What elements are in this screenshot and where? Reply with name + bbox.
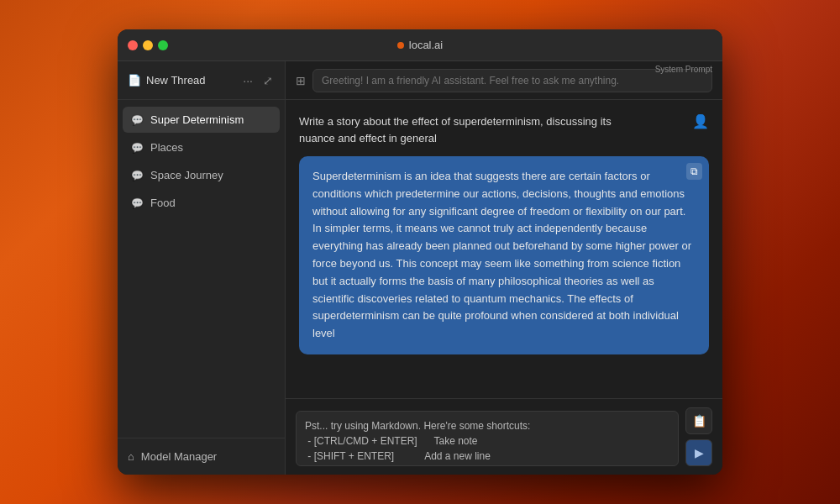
chat-input-wrapper: Pst... try using Markdown. Here're some …	[296, 411, 679, 466]
sidebar-header: 📄 New Thread ··· ⤢	[118, 61, 285, 100]
ai-response-text: Superdeterminism is an idea that suggest…	[312, 170, 691, 339]
thread-item-places[interactable]: 💬 Places	[123, 134, 280, 160]
main-content: 📄 New Thread ··· ⤢ 💬 Super Determinism 💬…	[118, 61, 722, 475]
thread-item-food[interactable]: 💬 Food	[123, 190, 280, 216]
system-prompt-input[interactable]	[312, 69, 712, 92]
sidebar-toggle-button[interactable]: ⊞	[296, 74, 306, 87]
chat-actions: 📋 ▶	[685, 407, 712, 466]
minimize-button[interactable]	[143, 40, 153, 50]
chat-messages: Write a story about the effect of superd…	[286, 100, 722, 398]
app-window: local.ai 📄 New Thread ··· ⤢ 💬 Super Dete…	[118, 29, 722, 475]
thread-list: 💬 Super Determinism 💬 Places 💬 Space Jou…	[118, 100, 285, 438]
titlebar: local.ai	[118, 29, 722, 61]
user-message-text: Write a story about the effect of superd…	[299, 113, 627, 146]
model-icon: ⌂	[128, 450, 134, 463]
app-title: local.ai	[397, 39, 443, 51]
user-message-row: Write a story about the effect of superd…	[299, 113, 709, 146]
more-options-button[interactable]: ···	[241, 72, 255, 89]
sidebar: 📄 New Thread ··· ⤢ 💬 Super Determinism 💬…	[118, 61, 286, 475]
system-prompt-label: System Prompt	[655, 65, 712, 74]
traffic-lights	[128, 40, 168, 50]
new-thread-button[interactable]: 📄 New Thread	[128, 74, 206, 87]
thread-item-super-determinism[interactable]: 💬 Super Determinism	[123, 107, 280, 133]
maximize-button[interactable]	[158, 40, 168, 50]
take-note-button[interactable]: 📋	[685, 407, 712, 434]
chat-area: System Prompt ⊞ Write a story about the …	[286, 61, 722, 475]
thread-icon: 💬	[131, 197, 144, 209]
sidebar-footer: ⌂ Model Manager	[118, 438, 285, 475]
thread-icon: 💬	[131, 142, 144, 154]
app-dot-icon	[397, 42, 404, 49]
close-button[interactable]	[128, 40, 138, 50]
expand-button[interactable]: ⤢	[261, 72, 275, 89]
new-thread-icon: 📄	[128, 74, 141, 87]
chat-input-area: Pst... try using Markdown. Here're some …	[286, 398, 722, 475]
ai-message: ⧉ Superdeterminism is an idea that sugge…	[299, 156, 709, 354]
model-manager-button[interactable]: ⌂ Model Manager	[128, 447, 275, 466]
user-avatar-icon: 👤	[692, 113, 709, 129]
copy-message-button[interactable]: ⧉	[686, 163, 702, 180]
sidebar-header-actions: ··· ⤢	[241, 72, 275, 89]
send-button[interactable]: ▶	[685, 439, 712, 466]
chat-input[interactable]: Pst... try using Markdown. Here're some …	[297, 412, 678, 462]
thread-icon: 💬	[131, 170, 144, 181]
thread-icon: 💬	[131, 114, 144, 126]
thread-item-space-journey[interactable]: 💬 Space Journey	[123, 162, 280, 188]
chat-header: System Prompt ⊞	[286, 61, 722, 100]
